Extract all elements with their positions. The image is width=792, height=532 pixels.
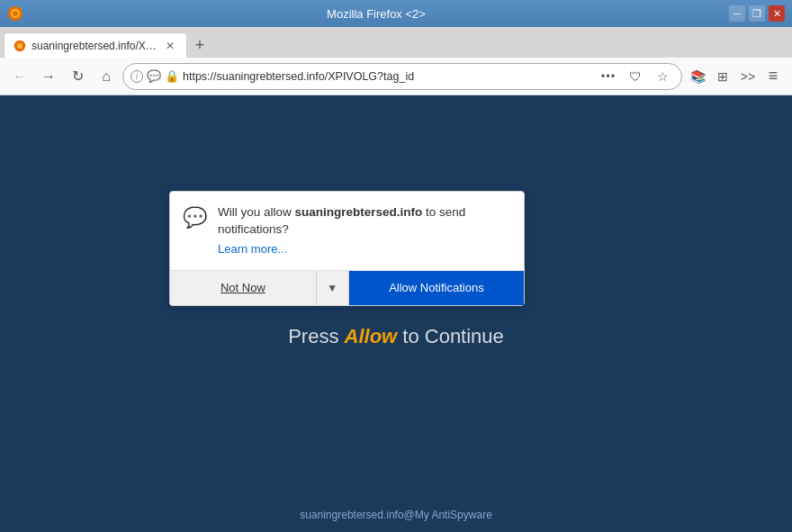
dropdown-arrow-button[interactable]: ▼ [317,271,349,305]
popup-actions: Not Now ▼ Allow Notifications [170,270,524,305]
popup-message-prefix: Will you allow [218,205,295,219]
allow-notifications-button[interactable]: Allow Notifications [349,271,524,305]
tab-close-button[interactable]: ✕ [163,39,177,53]
popup-text-area: Will you allow suaningrebtersed.info to … [218,204,511,256]
firefox-icon [7,5,23,22]
close-button[interactable]: ✕ [769,5,785,22]
learn-more-link[interactable]: Learn more... [218,242,511,256]
footer-text: suaningrebtersed.info@My AntiSpyware [300,509,492,521]
minimize-button[interactable]: ─ [729,5,745,22]
popup-domain: suaningrebtersed.info [295,205,423,219]
svg-point-2 [13,11,18,16]
chat-icon: 💬 [183,206,207,230]
address-bar-actions: ••• [597,65,620,88]
titlebar-title: Mozilla Firefox <2> [23,7,729,21]
library-button[interactable]: 📚 [686,65,709,88]
not-now-button[interactable]: Not Now [170,271,317,305]
tabbar: suaningrebtersed.info/XPIV ✕ + [0,27,792,58]
toolbar: ← → ↻ ⌂ i 💬 🔒 ••• 🛡 ☆ 📚 ⊞ >> ≡ [0,58,792,95]
svg-point-4 [17,42,22,48]
popup-body: 💬 Will you allow suaningrebtersed.info t… [170,192,524,263]
more-actions-button[interactable]: ••• [597,65,620,88]
press-text-after: to Continue [397,325,504,347]
browser-viewport: 💬 Will you allow suaningrebtersed.info t… [0,95,792,532]
menu-button[interactable]: ≡ [761,65,785,88]
press-text-before: Press [288,325,344,347]
lock-icon: 🔒 [165,69,179,83]
notification-popup: 💬 Will you allow suaningrebtersed.info t… [169,191,525,306]
page-content: 100 % Press Allow to Continue suaningreb… [0,95,792,532]
reload-button[interactable]: ↻ [65,64,90,89]
toolbar-right-icons: 📚 ⊞ >> ≡ [686,65,785,88]
titlebar-controls: ─ ❐ ✕ [729,5,785,22]
active-tab[interactable]: suaningrebtersed.info/XPIV ✕ [4,32,187,58]
new-tab-button[interactable]: + [187,32,212,58]
info-icon[interactable]: i [130,70,143,83]
press-allow-text: Press Allow to Continue [288,325,504,348]
allow-word: Allow [345,325,398,347]
address-input[interactable] [183,70,593,83]
tab-favicon [14,40,26,52]
bookmark-button[interactable]: ☆ [651,65,674,88]
pocket-button[interactable]: 🛡 [624,65,647,88]
sidebar-button[interactable]: ⊞ [711,65,734,88]
notification-icon: 💬 [147,69,161,83]
popup-message: Will you allow suaningrebtersed.info to … [218,204,511,239]
tab-title: suaningrebtersed.info/XPIV [32,40,158,52]
titlebar: Mozilla Firefox <2> ─ ❐ ✕ [0,0,792,27]
address-bar-container: i 💬 🔒 ••• 🛡 ☆ [122,63,682,90]
home-button[interactable]: ⌂ [94,64,119,89]
back-button[interactable]: ← [7,64,32,89]
customize-button[interactable]: >> [736,65,760,88]
titlebar-left [7,5,23,22]
forward-button[interactable]: → [36,64,61,89]
restore-button[interactable]: ❐ [749,5,765,22]
